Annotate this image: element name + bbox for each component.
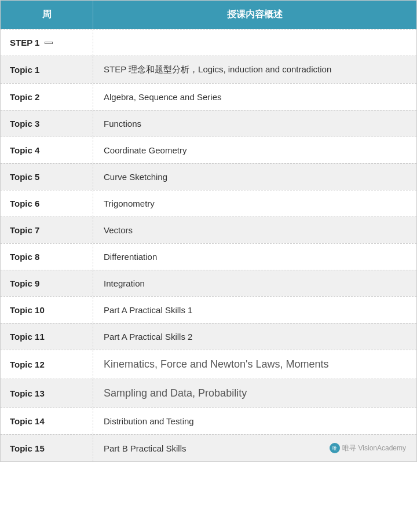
row-content-text: Coordinate Geometry bbox=[93, 137, 416, 163]
row-week-label: Topic 7 bbox=[1, 217, 93, 243]
watermark-text: 唯寻 VisionAcademy bbox=[342, 443, 406, 453]
header-content: 授课内容概述 bbox=[93, 1, 416, 29]
table-row: Topic 14Distribution and Testing bbox=[1, 408, 416, 434]
row-content-text: Integration bbox=[93, 270, 416, 296]
row-week-label: Topic 2 bbox=[1, 84, 93, 110]
table-row: Topic 15Part B Practical Skills唯唯寻 Visio… bbox=[1, 434, 416, 461]
row-week-label: Topic 15 bbox=[1, 435, 93, 461]
main-table: 周 授课内容概述 STEP 1 Topic 1STEP 理念和题型分析，Logi… bbox=[0, 0, 417, 462]
row-week-label: Topic 13 bbox=[1, 379, 93, 408]
row-week-label: Topic 12 bbox=[1, 350, 93, 379]
table-row: Topic 5Curve Sketching bbox=[1, 163, 416, 190]
row-content-text: Distribution and Testing bbox=[93, 408, 416, 434]
row-week-label: Topic 10 bbox=[1, 297, 93, 323]
row-week-label: Topic 6 bbox=[1, 190, 93, 217]
table-header: 周 授课内容概述 bbox=[1, 1, 416, 29]
row-content-text: Functions bbox=[93, 111, 416, 137]
row-week-label: Topic 9 bbox=[1, 270, 93, 296]
row-content-text: Part A Practical Skills 1 bbox=[93, 297, 416, 323]
watermark-logo: 唯 bbox=[330, 443, 340, 453]
table-body: STEP 1 Topic 1STEP 理念和题型分析，Logics, induc… bbox=[1, 29, 416, 461]
row-content-text: Vectors bbox=[93, 217, 416, 243]
row-content-text: Part B Practical Skills唯唯寻 VisionAcademy bbox=[93, 435, 416, 461]
table-row: Topic 6Trigonometry bbox=[1, 190, 416, 217]
table-row: Topic 10Part A Practical Skills 1 bbox=[1, 296, 416, 323]
row-week-label: Topic 8 bbox=[1, 244, 93, 270]
row-content-text: Sampling and Data, Probability bbox=[93, 379, 416, 408]
table-row: Topic 4Coordinate Geometry bbox=[1, 137, 416, 163]
table-row: Topic 2Algebra, Sequence and Series bbox=[1, 83, 416, 110]
table-row: Topic 9Integration bbox=[1, 270, 416, 296]
row-week-label: Topic 14 bbox=[1, 408, 93, 434]
row-content-text bbox=[93, 30, 416, 56]
row-content-text: Curve Sketching bbox=[93, 164, 416, 190]
row-week-label: STEP 1 bbox=[1, 30, 93, 56]
row-content-text: Algebra, Sequence and Series bbox=[93, 84, 416, 110]
row-week-label: Topic 1 bbox=[1, 56, 93, 83]
row-week-label: Topic 5 bbox=[1, 164, 93, 190]
table-row: Topic 8Differentiation bbox=[1, 243, 416, 270]
step-label: STEP 1 bbox=[10, 38, 39, 47]
table-row: Topic 11Part A Practical Skills 2 bbox=[1, 323, 416, 350]
table-row: Topic 13Sampling and Data, Probability bbox=[1, 379, 416, 408]
row-content-text: STEP 理念和题型分析，Logics, induction and contr… bbox=[93, 56, 416, 83]
table-row: Topic 3Functions bbox=[1, 110, 416, 137]
row-content-value: Part B Practical Skills bbox=[104, 443, 186, 453]
row-week-label: Topic 4 bbox=[1, 137, 93, 163]
row-content-text: Kinematics, Force and Newton's Laws, Mom… bbox=[93, 350, 416, 379]
table-row: Topic 7Vectors bbox=[1, 217, 416, 243]
row-content-text: Trigonometry bbox=[93, 190, 416, 217]
row-content-text: Part A Practical Skills 2 bbox=[93, 324, 416, 350]
row-content-text: Differentiation bbox=[93, 244, 416, 270]
header-week: 周 bbox=[1, 1, 93, 29]
row-week-label: Topic 3 bbox=[1, 111, 93, 137]
table-row: STEP 1 bbox=[1, 29, 416, 56]
step-box bbox=[45, 42, 53, 44]
table-row: Topic 1STEP 理念和题型分析，Logics, induction an… bbox=[1, 56, 416, 83]
row-week-label: Topic 11 bbox=[1, 324, 93, 350]
table-row: Topic 12Kinematics, Force and Newton's L… bbox=[1, 350, 416, 379]
watermark: 唯唯寻 VisionAcademy bbox=[330, 443, 406, 453]
